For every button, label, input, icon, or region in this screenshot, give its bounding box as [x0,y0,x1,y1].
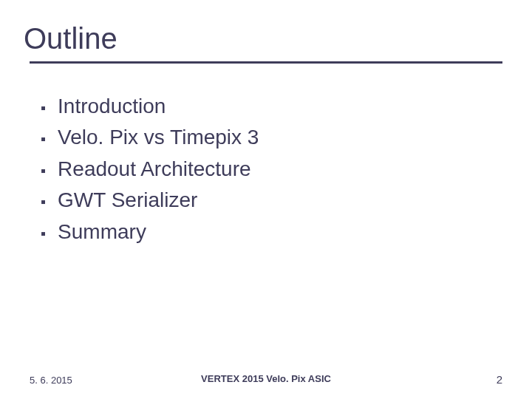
page-number: 2 [497,373,502,386]
bullet-text: Readout Architecture [58,156,251,183]
bullet-icon: ▪ [41,100,46,115]
bullet-icon: ▪ [41,132,46,146]
bullet-icon: ▪ [41,226,46,241]
list-item: ▪ Introduction [41,93,502,120]
bullet-text: Introduction [58,93,166,120]
list-item: ▪ Velo. Pix vs Timepix 3 [41,124,502,151]
bullet-text: Summary [58,219,146,245]
list-item: ▪ Readout Architecture [41,156,502,183]
title-underline [30,61,502,64]
bullet-icon: ▪ [41,163,46,178]
list-item: ▪ Summary [41,219,502,245]
bullet-text: GWT Serializer [58,187,197,214]
bullet-icon: ▪ [41,194,46,209]
footer: 5. 6. 2015 VERTEX 2015 Velo. Pix ASIC 2 [0,373,532,386]
bullet-list: ▪ Introduction ▪ Velo. Pix vs Timepix 3 … [30,93,502,250]
footer-date: 5. 6. 2015 [30,375,72,386]
footer-center: VERTEX 2015 Velo. Pix ASIC [201,373,331,384]
slide: Outline ▪ Introduction ▪ Velo. Pix vs Ti… [0,0,532,399]
list-item: ▪ GWT Serializer [41,187,502,214]
page-title: Outline [24,22,502,55]
bullet-text: Velo. Pix vs Timepix 3 [58,124,259,151]
